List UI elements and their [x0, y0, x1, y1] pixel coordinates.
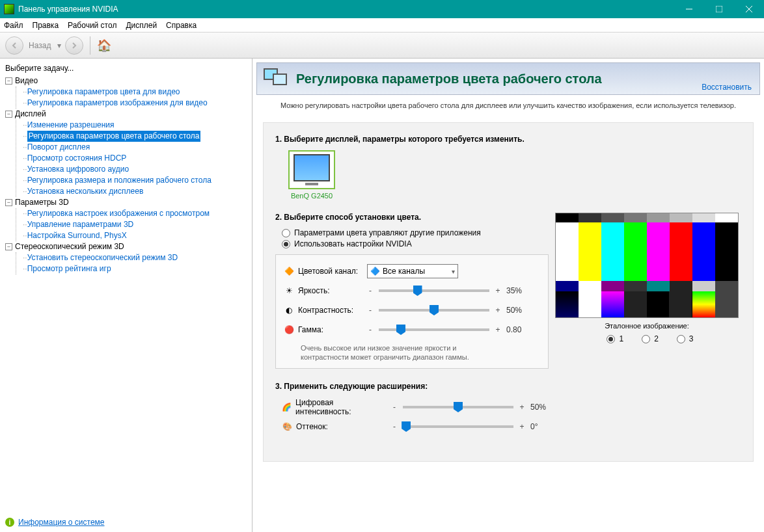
tree-link[interactable]: Просмотр состояния HDCP [27, 153, 127, 164]
minus-icon: - [367, 286, 374, 295]
gamma-label: Гамма: [298, 325, 323, 334]
restore-link[interactable]: Восстановить [702, 83, 752, 92]
tree-toggle-icon[interactable]: − [5, 77, 12, 85]
minus-icon: - [367, 306, 374, 315]
brightness-icon: ☀ [284, 286, 294, 296]
settings-panel: 1. Выберите дисплей, параметры которого … [263, 122, 754, 462]
channel-icon: 🔶 [284, 266, 294, 276]
brightness-slider[interactable] [379, 289, 489, 292]
radio-icon [282, 229, 290, 237]
reference-label: Эталонное изображение: [555, 322, 739, 330]
tree-link[interactable]: Управление параметрами 3D [27, 219, 134, 230]
menu-edit[interactable]: Правка [33, 21, 59, 30]
channel-value: Все каналы [383, 267, 425, 276]
monitor-name: BenQ G2450 [288, 192, 335, 200]
forward-button[interactable] [65, 36, 83, 55]
hue-slider[interactable] [403, 425, 513, 428]
home-button[interactable]: 🏠 [97, 38, 111, 53]
tree-link[interactable]: Просмотр рейтинга игр [27, 263, 111, 274]
tree-link[interactable]: Регулировка размера и положения рабочего… [27, 175, 211, 186]
plus-icon: + [519, 422, 525, 431]
tree-link[interactable]: Установка нескольких дисплеев [27, 186, 144, 197]
plus-icon: + [495, 306, 501, 315]
maximize-button[interactable] [704, 0, 734, 18]
plus-icon: + [495, 286, 501, 295]
nav-tree: −Видео··Регулировка параметров цвета для… [5, 75, 252, 274]
back-label: Назад [29, 41, 51, 50]
minus-icon: - [391, 403, 398, 412]
menu-display[interactable]: Дисплей [126, 21, 157, 30]
minimize-button[interactable] [674, 0, 704, 18]
menu-help[interactable]: Справка [166, 21, 197, 30]
intro-text: Можно регулировать настройки цвета рабоч… [263, 101, 754, 109]
gamma-note: Очень высокое или низкое значение яркост… [301, 343, 540, 362]
menubar: Файл Правка Рабочий стол Дисплей Справка [0, 18, 764, 33]
tree-group-label[interactable]: Стереоскопический режим 3D [15, 242, 124, 251]
tree-toggle-icon[interactable]: − [5, 199, 12, 206]
vibrance-slider[interactable] [403, 406, 513, 408]
contrast-label: Контрастность: [298, 306, 353, 315]
menu-file[interactable]: Файл [4, 21, 23, 30]
gamma-slider[interactable] [379, 328, 489, 331]
tree-link[interactable]: Установка цифрового аудио [27, 164, 129, 175]
tree-link[interactable]: Регулировка параметров цвета рабочего ст… [27, 131, 201, 142]
window-title: Панель управления NVIDIA [18, 5, 674, 14]
reference-radio-2[interactable]: 2 [642, 334, 659, 343]
close-button[interactable] [734, 0, 764, 18]
minus-icon: - [391, 422, 398, 431]
back-dropdown[interactable]: ▾ [57, 41, 61, 50]
system-info-link[interactable]: Информация о системе [18, 518, 104, 527]
tree-toggle-icon[interactable]: − [5, 243, 12, 250]
minus-icon: - [367, 325, 374, 334]
color-bars [555, 213, 739, 318]
vibrance-icon: 🌈 [282, 402, 292, 412]
menu-desktop[interactable]: Рабочий стол [68, 21, 116, 30]
toolbar: Назад ▾ 🏠 [0, 33, 764, 59]
sidebar-task-title: Выберите задачу... [5, 62, 252, 75]
color-settings-box: 🔶Цветовой канал: 🔷 Все каналы ▾ ☀Яркость… [275, 254, 549, 369]
contrast-slider[interactable] [379, 309, 489, 312]
tree-group-label[interactable]: Дисплей [15, 109, 46, 118]
nvidia-app-icon [4, 4, 14, 14]
sidebar-footer: i Информация о системе [5, 518, 104, 527]
plus-icon: + [519, 403, 525, 412]
tree-link[interactable]: Регулировка параметров цвета для видео [27, 86, 180, 98]
back-button[interactable] [5, 36, 23, 55]
radio-other-label: Параметрами цвета управляют другие прило… [294, 228, 481, 237]
channel-label: Цветовой канал: [298, 267, 358, 276]
hue-icon: 🎨 [282, 421, 292, 432]
hue-label: Оттенок: [296, 422, 328, 431]
gamma-value: 0.80 [506, 325, 532, 334]
reference-radio-3[interactable]: 3 [677, 334, 694, 343]
tree-group-label[interactable]: Параметры 3D [15, 198, 69, 207]
vibrance-value: 50% [530, 403, 556, 412]
content: Регулировка параметров цвета рабочего ст… [252, 59, 764, 532]
page-title: Регулировка параметров цвета рабочего ст… [296, 72, 753, 86]
tree-link[interactable]: Установить стереоскопический режим 3D [27, 252, 178, 263]
contrast-icon: ◐ [284, 305, 294, 315]
hue-value: 0° [530, 422, 556, 431]
brightness-label: Яркость: [298, 286, 329, 295]
reference-radio-1[interactable]: 1 [607, 334, 623, 343]
info-icon: i [5, 518, 14, 527]
plus-icon: + [495, 325, 501, 334]
titlebar: Панель управления NVIDIA [0, 0, 764, 18]
monitor-thumbnail[interactable] [288, 150, 335, 189]
radio-icon [282, 240, 290, 248]
reference-image-panel: Эталонное изображение: 1 2 3 [555, 213, 739, 345]
gamma-icon: 🔴 [284, 325, 294, 335]
tree-group-label[interactable]: Видео [15, 76, 38, 85]
tree-toggle-icon[interactable]: − [5, 111, 12, 118]
channel-select[interactable]: 🔷 Все каналы ▾ [367, 264, 458, 278]
tree-link[interactable]: Изменение разрешения [27, 120, 115, 131]
tree-link[interactable]: Регулировка настроек изображения с просм… [27, 208, 210, 219]
svg-rect-1 [716, 6, 722, 12]
content-header: Регулировка параметров цвета рабочего ст… [256, 62, 760, 95]
radio-nvidia-label: Использовать настройки NVIDIA [294, 239, 412, 248]
tree-link[interactable]: Настройка Surround, PhysX [27, 230, 127, 241]
header-monitors-icon [264, 68, 290, 89]
tree-link[interactable]: Регулировка параметров изображения для в… [27, 98, 208, 109]
chevron-down-icon: ▾ [452, 268, 455, 275]
vibrance-label: Цифровая интенсивность: [295, 398, 386, 416]
tree-link[interactable]: Поворот дисплея [27, 142, 90, 153]
